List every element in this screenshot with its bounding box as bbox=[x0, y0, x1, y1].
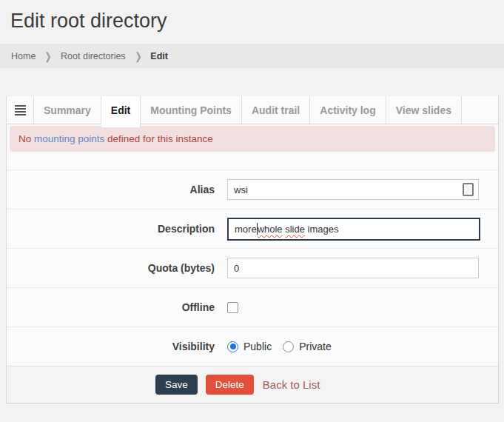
alias-input[interactable] bbox=[227, 179, 479, 200]
description-text: images bbox=[305, 224, 339, 235]
tab-mounting-points[interactable]: Mounting Points bbox=[141, 96, 242, 124]
no-mounting-points-alert: No mounting points defined for this inst… bbox=[10, 126, 495, 152]
back-to-list-link[interactable]: Back to List bbox=[263, 378, 320, 391]
quota-label: Quota (bytes) bbox=[7, 262, 227, 274]
content-panel: Summary Edit Mounting Points Audit trail… bbox=[6, 96, 499, 403]
breadcrumb-root-directories[interactable]: Root directories bbox=[61, 51, 126, 61]
description-text-misspelled: whole bbox=[258, 224, 283, 235]
visibility-label: Visibility bbox=[7, 341, 227, 352]
alias-row: Alias bbox=[7, 170, 498, 209]
edit-form: Alias Description morewhole slide images… bbox=[7, 170, 498, 366]
public-radio-label: Public bbox=[243, 341, 272, 352]
chevron-right-icon: ❯ bbox=[135, 50, 141, 62]
description-text-misspelled: slide bbox=[285, 224, 305, 235]
page-title: Edit root directory bbox=[10, 10, 504, 33]
tab-edit[interactable]: Edit bbox=[101, 96, 141, 127]
hamburger-icon bbox=[15, 104, 26, 117]
alert-text-prefix: No bbox=[19, 133, 34, 144]
breadcrumb-home[interactable]: Home bbox=[11, 51, 36, 61]
breadcrumb: Home ❯ Root directories ❯ Edit bbox=[0, 43, 504, 69]
description-row: Description morewhole slide images bbox=[7, 209, 498, 248]
alias-label: Alias bbox=[7, 184, 227, 195]
description-label: Description bbox=[7, 223, 227, 235]
quota-input[interactable] bbox=[227, 258, 479, 278]
visibility-option-public[interactable]: Public bbox=[227, 341, 272, 352]
description-input[interactable]: morewhole slide images bbox=[227, 218, 480, 241]
tab-menu[interactable] bbox=[7, 96, 34, 124]
delete-button[interactable]: Delete bbox=[206, 375, 254, 395]
offline-checkbox[interactable] bbox=[227, 302, 238, 313]
offline-label: Offline bbox=[7, 301, 227, 313]
offline-row: Offline bbox=[7, 287, 498, 326]
quota-row: Quota (bytes) bbox=[7, 248, 498, 287]
private-radio-label: Private bbox=[299, 341, 332, 352]
private-radio[interactable] bbox=[283, 341, 294, 352]
description-text: more bbox=[235, 224, 257, 235]
mounting-points-link[interactable]: mounting points bbox=[34, 133, 104, 144]
chevron-right-icon: ❯ bbox=[45, 50, 52, 62]
visibility-row: Visibility Public Private bbox=[7, 326, 498, 366]
tab-view-slides[interactable]: View slides bbox=[386, 96, 462, 124]
save-button[interactable]: Save bbox=[155, 375, 198, 395]
tab-audit-trail[interactable]: Audit trail bbox=[242, 96, 310, 124]
visibility-option-private[interactable]: Private bbox=[283, 341, 332, 352]
form-actions: Save Delete Back to List bbox=[7, 366, 498, 403]
tab-activity-log[interactable]: Activity log bbox=[310, 96, 386, 124]
tab-summary[interactable]: Summary bbox=[34, 96, 101, 124]
alert-text-suffix: defined for this instance bbox=[104, 133, 212, 144]
page-header: Edit root directory bbox=[0, 0, 504, 43]
autofill-icon[interactable] bbox=[463, 183, 474, 196]
breadcrumb-current: Edit bbox=[150, 51, 168, 61]
public-radio[interactable] bbox=[227, 341, 238, 352]
tab-bar: Summary Edit Mounting Points Audit trail… bbox=[7, 96, 498, 124]
